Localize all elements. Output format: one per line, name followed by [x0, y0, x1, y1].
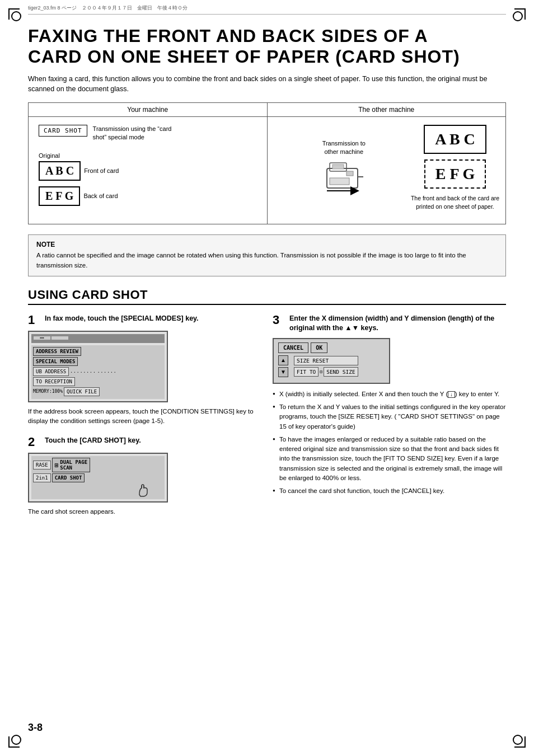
- step-3-screen: CANCEL OK ▲ ▼ SIZE RESET FIT TO ⊟: [273, 338, 390, 384]
- 2in1-btn: 2in1: [33, 473, 51, 482]
- step-2-header: 2 Touch the [CARD SHOT] key.: [28, 436, 261, 448]
- dual-page-scan-btn: ⊞ DUAL PAGESCAN: [52, 458, 90, 472]
- intro-paragraph: When faxing a card, this function allows…: [28, 74, 506, 95]
- step-1-note: If the address book screen appears, touc…: [28, 407, 261, 426]
- step-1-screen-row-1: ADDRESS REVIEW: [33, 347, 163, 356]
- two-column-layout: 1 In fax mode, touch the [SPECIAL MODES]…: [28, 314, 506, 527]
- step-3-header: 3 Enter the X dimension (width) and Y di…: [273, 314, 506, 334]
- step-1-screen-row-4: TO RECEPTION: [33, 377, 163, 386]
- diagram-body: CARD SHOT Transmission using the “card s…: [29, 117, 505, 224]
- to-reception-btn: TO RECEPTION: [33, 377, 75, 386]
- step-3: 3 Enter the X dimension (width) and Y di…: [273, 314, 506, 496]
- page-number: 3-8: [28, 722, 43, 734]
- header-bar: tiger2_03.fm 8 ページ ２００４年９月１７日 金曜日 午後４時０分: [28, 0, 506, 15]
- quick-file-btn: QUICK FILE: [64, 387, 100, 396]
- address-review-btn: ADDRESS REVIEW: [33, 347, 81, 356]
- back-card-label: Back of card: [83, 192, 118, 199]
- step-1-number: 1: [28, 314, 40, 326]
- arrow-right-icon: [327, 185, 360, 196]
- step-2-desc: Touch the [CARD SHOT] key.: [45, 436, 261, 446]
- bullet-4: To cancel the card shot function, touch …: [273, 486, 506, 496]
- bullet-2: To return the X and Y values to the init…: [273, 402, 506, 431]
- send-size-label: SEND SIZE: [324, 367, 358, 377]
- step-2-screen-row-1: RASE ⊞ DUAL PAGESCAN: [33, 458, 163, 472]
- front-card-row: A B C Front of card: [39, 161, 261, 181]
- original-label: Original: [39, 152, 261, 159]
- step-2-note: The card shot screen appears.: [28, 507, 261, 516]
- bullet-1: X (width) is initially selected. Enter X…: [273, 389, 506, 399]
- hand-pointer-icon: [135, 483, 152, 497]
- column-right: 3 Enter the X dimension (width) and Y di…: [273, 314, 506, 527]
- fit-to-label: FIT TO: [294, 367, 318, 377]
- right-card-top: A B C: [424, 125, 486, 154]
- note-box: NOTE A ratio cannot be specified and the…: [28, 234, 506, 276]
- step-2-screen: RASE ⊞ DUAL PAGESCAN 2in1 CARD SHOT: [28, 453, 168, 503]
- step-1: 1 In fax mode, touch the [SPECIAL MODES]…: [28, 314, 261, 426]
- size-reset-label: SIZE RESET: [294, 356, 358, 365]
- front-card-display: A B C: [39, 161, 81, 181]
- svg-rect-4: [330, 178, 349, 185]
- diagram-header-other-machine: The other machine: [268, 103, 506, 116]
- transmission-text: Transmission using the “card shot” speci…: [93, 125, 177, 142]
- up-arrow-btn[interactable]: ▲: [278, 355, 288, 365]
- back-card-display: E F G: [39, 186, 80, 206]
- step-2-number: 2: [28, 436, 40, 448]
- diagram-box: Your machine The other machine CARD SHOT…: [28, 102, 506, 224]
- front-card-label: Front of card: [84, 167, 119, 174]
- step-1-header: 1 In fax mode, touch the [SPECIAL MODES]…: [28, 314, 261, 326]
- cancel-btn: CANCEL: [278, 342, 308, 353]
- svg-rect-3: [346, 171, 353, 176]
- step-3-cancel-ok-row: CANCEL OK: [278, 342, 385, 353]
- header-text: tiger2_03.fm 8 ページ ２００４年９月１７日 金曜日 午後４時０分: [28, 5, 188, 11]
- down-arrow-btn[interactable]: ▼: [278, 367, 288, 377]
- bullet-3: To have the images enlarged or reduced b…: [273, 435, 506, 483]
- step-1-screen: ▪▪▪ ADDRESS REVIEW SPECIAL MODES UB ADDR…: [28, 331, 168, 402]
- step-1-screen-row-5: MEMORY:100% QUICK FILE: [33, 387, 163, 396]
- card-shot-btn-screen: CARD SHOT: [52, 473, 85, 482]
- diagram-header: Your machine The other machine: [29, 103, 505, 117]
- special-modes-btn: SPECIAL MODES: [33, 357, 78, 366]
- step-3-arrows-row: ▲ ▼ SIZE RESET FIT TO ⊟ SEND SIZE: [278, 355, 385, 377]
- step-2-screen-row-2: 2in1 CARD SHOT: [33, 473, 163, 482]
- step-3-bullets: X (width) is initially selected. Enter X…: [273, 389, 506, 496]
- step-1-desc: In fax mode, touch the [SPECIAL MODES] k…: [45, 314, 261, 324]
- diagram-right: Transmission toother machine: [268, 117, 506, 224]
- diagram-left: CARD SHOT Transmission using the “card s…: [29, 117, 268, 224]
- step-1-screen-row-2: SPECIAL MODES: [33, 357, 163, 366]
- step-3-number: 3: [273, 314, 285, 326]
- diagram-header-your-machine: Your machine: [29, 103, 268, 116]
- ok-btn: OK: [311, 342, 327, 353]
- card-shot-button-diagram: CARD SHOT: [39, 125, 87, 137]
- transmission-to-label: Transmission toother machine: [322, 139, 366, 157]
- page-title: FAXING THE FRONT AND BACK SIDES OF A CAR…: [28, 26, 506, 67]
- right-caption: The front and back of the card are print…: [410, 194, 500, 210]
- step-2: 2 Touch the [CARD SHOT] key. RASE ⊞ DUAL…: [28, 436, 261, 516]
- back-card-row: E F G Back of card: [39, 186, 261, 206]
- section-title: USING CARD SHOT: [28, 288, 506, 305]
- column-left: 1 In fax mode, touch the [SPECIAL MODES]…: [28, 314, 261, 527]
- rase-btn: RASE: [33, 461, 51, 469]
- note-text: A ratio cannot be specified and the imag…: [36, 251, 498, 270]
- right-card-bottom: E F G: [424, 159, 486, 189]
- ub-address-btn: UB ADDRESS: [33, 367, 69, 376]
- note-title: NOTE: [36, 241, 498, 248]
- svg-rect-2: [332, 165, 344, 169]
- step-1-screen-row-3: UB ADDRESS ........ ......: [33, 367, 163, 376]
- step-3-desc: Enter the X dimension (width) and Y dime…: [289, 314, 506, 334]
